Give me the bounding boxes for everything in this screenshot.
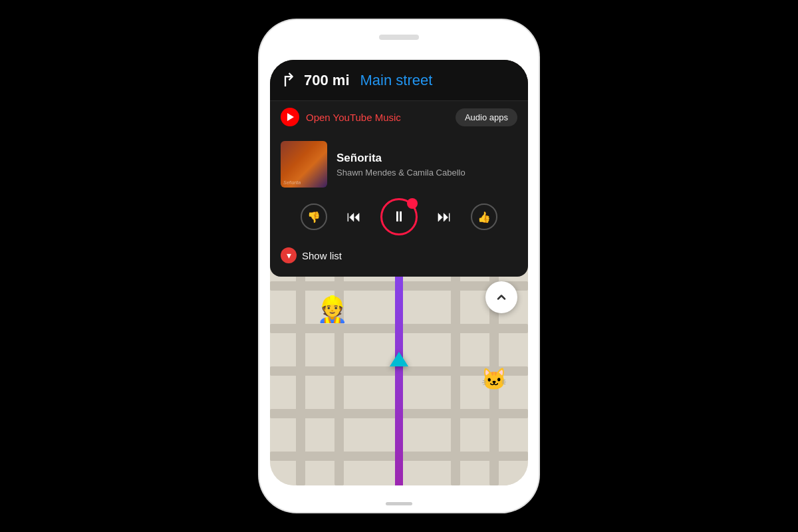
road-v3 <box>451 273 460 485</box>
phone-speaker <box>379 35 419 40</box>
track-title: Señorita <box>336 152 517 165</box>
track-row: Señorita Shawn Mendes & Camila Cabello <box>270 133 528 196</box>
pause-button[interactable]: ⏸ <box>380 198 418 235</box>
music-bar: Open YouTube Music Audio apps <box>270 100 528 133</box>
phone-home <box>386 502 412 505</box>
nav-street: Main street <box>360 72 433 89</box>
scroll-up-button[interactable] <box>485 281 517 313</box>
album-art <box>281 141 327 188</box>
nav-panel: ↱ 700 mi Main street Open YouTube Music … <box>270 60 528 277</box>
youtube-music-icon <box>281 108 299 126</box>
phone-wrapper: 👷 🐱 ↱ 700 mi Main street Open YouTube Mu… <box>259 20 539 512</box>
thumbs-down-button[interactable]: 👎 <box>301 203 327 230</box>
next-button[interactable]: ⏭ <box>431 203 458 230</box>
previous-button[interactable]: ⏮ <box>340 203 367 230</box>
show-list-row[interactable]: ▾ Show list <box>270 243 528 269</box>
audio-apps-button[interactable]: Audio apps <box>456 108 517 126</box>
open-youtube-label[interactable]: Open YouTube Music <box>306 112 449 123</box>
road-v1 <box>296 273 305 485</box>
car-avatar <box>390 352 408 366</box>
show-list-icon: ▾ <box>281 247 297 263</box>
chevron-up-icon <box>495 291 508 304</box>
nav-distance: 700 mi <box>304 72 350 89</box>
waze-character-firefighter: 👷 <box>317 295 348 324</box>
track-artist: Shawn Mendes & Camila Cabello <box>336 168 517 178</box>
phone-screen: 👷 🐱 ↱ 700 mi Main street Open YouTube Mu… <box>270 60 528 485</box>
track-info: Señorita Shawn Mendes & Camila Cabello <box>336 152 517 178</box>
thumbs-up-button[interactable]: 👍 <box>471 203 497 230</box>
controls-row: 👎 ⏮ ⏸ ⏭ 👍 <box>270 196 528 243</box>
turn-icon: ↱ <box>281 69 296 91</box>
waze-character-cat: 🐱 <box>481 366 507 392</box>
show-list-label: Show list <box>302 250 342 261</box>
nav-header: ↱ 700 mi Main street <box>270 60 528 100</box>
